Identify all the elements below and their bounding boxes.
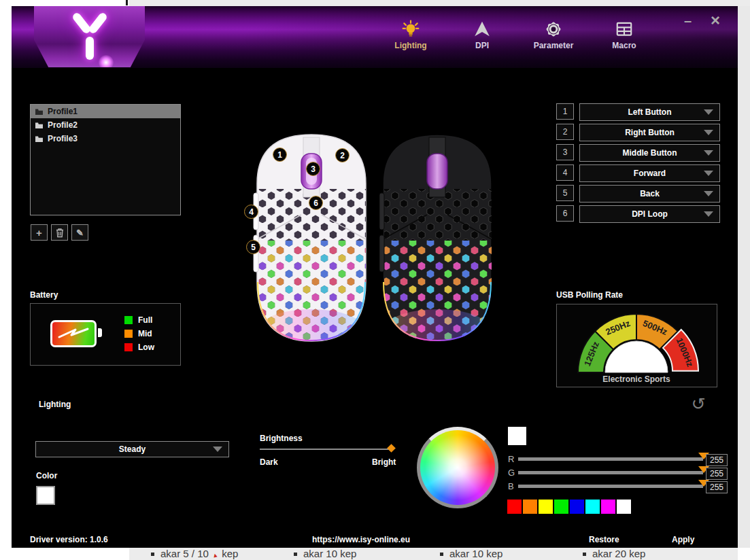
blue-slider-track[interactable] <box>518 485 703 488</box>
preset-swatch-red[interactable] <box>507 500 522 514</box>
website-link[interactable]: https://www.isy-online.eu <box>266 535 456 544</box>
chevron-down-icon <box>704 150 713 156</box>
mouse-callout-6: 6 <box>309 196 323 210</box>
button-4-dropdown[interactable]: Forward <box>579 164 720 182</box>
nav-tab-dpi[interactable]: DPI <box>451 20 513 59</box>
button-number-4: 4 <box>556 164 574 181</box>
battery-section-label: Battery <box>30 290 58 300</box>
chevron-down-icon <box>704 130 713 135</box>
brightness-slider-track[interactable] <box>260 449 393 450</box>
reset-arrow-icon[interactable]: ↺ <box>688 393 709 414</box>
nav-label: Lighting <box>380 41 441 50</box>
grid-table-icon <box>594 20 655 39</box>
red-channel-label: R <box>508 454 516 464</box>
folder-icon <box>35 135 44 143</box>
preset-swatch-green[interactable] <box>554 500 568 514</box>
bullet-icon <box>583 553 586 556</box>
low-color-swatch <box>124 343 133 351</box>
button-3-dropdown[interactable]: Middle Button <box>579 144 720 162</box>
list-item-text: akar 20 kep <box>592 548 645 559</box>
page-list-item: akar 10 kep <box>440 548 502 560</box>
page-background-top <box>129 0 750 6</box>
minimize-button[interactable]: – <box>684 13 692 29</box>
restore-button[interactable]: Restore <box>589 535 619 544</box>
red-slider-track[interactable] <box>518 457 703 461</box>
button-1-dropdown[interactable]: Left Button <box>579 103 720 121</box>
color-wheel[interactable] <box>417 427 498 508</box>
folder-icon <box>35 122 44 129</box>
title-bar: Lighting DPI Parameter <box>12 6 738 68</box>
preset-swatch-orange[interactable] <box>523 500 537 514</box>
list-item-text: akar 5 / 10 <box>160 548 209 559</box>
close-button[interactable]: × <box>711 11 720 30</box>
bullet-icon <box>294 553 297 556</box>
edit-profile-button[interactable]: ✎ <box>71 224 88 241</box>
page-list-item: akar 20 kep <box>583 548 645 560</box>
nav-tab-macro[interactable]: Macro <box>594 20 655 59</box>
chevron-down-icon <box>704 211 713 217</box>
nav-label: Macro <box>594 41 655 50</box>
green-value-field[interactable]: 255 <box>706 468 728 480</box>
button-number-2: 2 <box>556 124 574 140</box>
nav-tab-parameter[interactable]: Parameter <box>523 20 584 59</box>
side-button-back <box>379 235 384 272</box>
mid-color-swatch <box>124 330 133 338</box>
delete-profile-button[interactable] <box>51 224 68 241</box>
preset-swatch-white[interactable] <box>617 500 631 514</box>
profile-item-2[interactable]: Profile2 <box>31 118 180 132</box>
brightness-min-label: Dark <box>260 457 278 467</box>
page-list-item: akar 5 / 10 ▲ kep <box>151 548 238 560</box>
mouse-callout-2: 2 <box>335 148 350 162</box>
nav-label: Parameter <box>523 41 584 50</box>
profile-label: Profile3 <box>48 132 78 145</box>
nav-tab-lighting[interactable]: Lighting <box>380 20 441 59</box>
blue-value-field[interactable]: 255 <box>706 481 728 493</box>
preset-swatch-magenta[interactable] <box>601 500 615 514</box>
battery-nub <box>98 328 102 337</box>
button-5-dropdown[interactable]: Back <box>579 185 720 203</box>
lighting-mode-dropdown[interactable]: Steady <box>35 441 229 457</box>
color-swatch[interactable] <box>36 486 55 505</box>
black-mouse <box>379 135 493 350</box>
chevron-down-icon <box>213 447 222 452</box>
profile-item-1[interactable]: Profile1 <box>31 105 180 118</box>
mouse-callout-4: 4 <box>244 205 258 219</box>
preset-swatch-yellow[interactable] <box>539 500 553 514</box>
folder-icon <box>35 108 44 116</box>
battery-legend-low: Low <box>124 343 154 351</box>
red-value-field[interactable]: 255 <box>706 454 728 466</box>
page-list-item: akar 10 kep <box>294 548 356 560</box>
button-2-dropdown[interactable]: Right Button <box>579 124 720 141</box>
mouse-illustration <box>231 129 544 350</box>
button-number-6: 6 <box>556 205 574 222</box>
red-flag-icon: ▲ <box>211 551 219 559</box>
cursor-arrow-icon <box>451 20 513 39</box>
add-profile-button[interactable]: + <box>31 224 48 241</box>
chevron-down-icon <box>704 171 713 176</box>
mouse-callout-5: 5 <box>246 240 260 254</box>
button-6-dropdown[interactable]: DPI Loop <box>579 205 720 223</box>
preset-swatch-cyan[interactable] <box>585 500 600 514</box>
trash-icon <box>55 228 65 238</box>
profile-label: Profile2 <box>48 118 78 132</box>
battery-legend-full: Full <box>124 315 152 324</box>
scroll-wheel <box>427 154 447 189</box>
logo-panel <box>34 6 145 67</box>
page-background-right <box>738 6 750 548</box>
green-slider-track[interactable] <box>518 471 703 474</box>
profile-label: Profile1 <box>48 105 78 118</box>
bullet-icon <box>151 553 154 556</box>
battery-panel: Full Mid Low <box>30 303 181 366</box>
blue-channel-label: B <box>508 481 516 491</box>
color-label: Color <box>36 471 57 480</box>
button-number-5: 5 <box>556 185 574 201</box>
driver-version-label: Driver version: 1.0.6 <box>30 535 108 544</box>
brightness-slider-handle[interactable] <box>387 444 396 453</box>
mouse-callout-3: 3 <box>306 162 320 176</box>
brightness-max-label: Bright <box>372 457 396 467</box>
preset-swatch-blue[interactable] <box>570 500 584 514</box>
nav-label: DPI <box>451 41 513 50</box>
list-item-text: akar 10 kep <box>449 548 502 559</box>
profile-item-3[interactable]: Profile3 <box>31 132 180 145</box>
apply-button[interactable]: Apply <box>672 535 694 544</box>
